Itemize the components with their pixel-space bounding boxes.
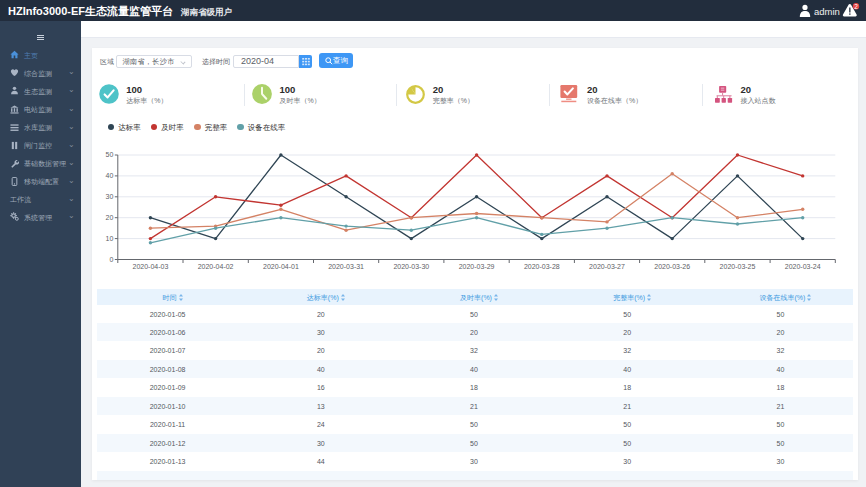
svg-text:2020-04-03: 2020-04-03 [132, 263, 168, 270]
svg-text:20: 20 [106, 214, 114, 221]
svg-text:2020-03-31: 2020-03-31 [328, 263, 364, 270]
svg-text:2020-04-02: 2020-04-02 [198, 263, 234, 270]
svg-text:2020-04-01: 2020-04-01 [263, 263, 299, 270]
svg-text:2020-03-30: 2020-03-30 [393, 263, 429, 270]
svg-text:2: 2 [854, 3, 858, 10]
svg-text:10: 10 [106, 235, 114, 242]
svg-text:50: 50 [106, 151, 114, 158]
svg-text:2020-03-26: 2020-03-26 [654, 263, 690, 270]
svg-text:2020-03-24: 2020-03-24 [785, 263, 821, 270]
svg-text:2020-03-25: 2020-03-25 [720, 263, 756, 270]
svg-text:0: 0 [109, 256, 113, 263]
svg-text:30: 30 [106, 193, 114, 200]
svg-text:2020-03-29: 2020-03-29 [459, 263, 495, 270]
svg-text:2020-03-27: 2020-03-27 [589, 263, 625, 270]
svg-text:2020-03-28: 2020-03-28 [524, 263, 560, 270]
svg-text:40: 40 [106, 172, 114, 179]
